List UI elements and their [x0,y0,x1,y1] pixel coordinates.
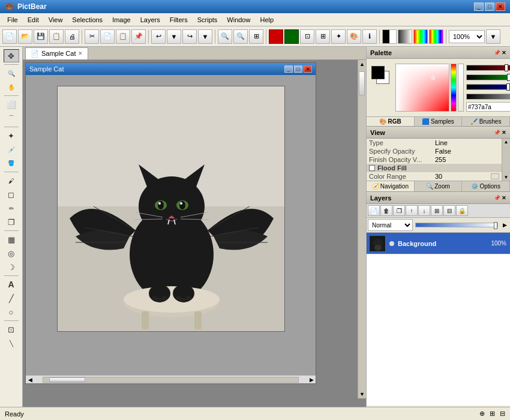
gradient-tool[interactable]: ▦ [4,233,19,246]
view-tab-zoom[interactable]: 🔍 Zoom [415,181,463,191]
inner-maximize-button[interactable]: □ [294,65,302,73]
view-tab-options[interactable]: ⚙️ Options [462,181,510,191]
pencil-tool[interactable]: ✏ [4,202,19,215]
color1-button[interactable] [269,29,283,44]
vscroll-thumb[interactable] [359,71,365,95]
palette-panel-header[interactable]: Palette 📌 ✕ [367,47,510,59]
view-panel-header[interactable]: View 📌 ✕ [367,127,510,139]
copy-button[interactable]: 📄 [100,29,115,44]
menu-file[interactable]: File [2,15,23,25]
foreground-color[interactable] [371,66,385,79]
pipette-tool[interactable]: 💉 [4,143,19,156]
menu-filters[interactable]: Filters [165,15,193,25]
blend-mode-select[interactable]: Normal Multiply Screen [368,219,413,231]
canvas-area[interactable] [26,75,316,375]
colors-button[interactable]: 🎨 [347,29,361,44]
new-layer-button[interactable]: 📄 [368,205,380,216]
grayscale-button[interactable] [398,29,412,44]
print-button[interactable]: 🖨 [65,29,79,44]
zoom-fit-button[interactable]: ⊞ [249,29,263,44]
layers-pin-button[interactable]: 📌 [494,195,500,201]
info-button[interactable]: ℹ [362,29,377,44]
blue-slider-thumb[interactable] [506,83,510,91]
scroll-left-button[interactable]: ◀ [26,377,34,383]
hex-color-input[interactable] [466,102,510,112]
scroll-up-button[interactable]: ▲ [358,60,366,68]
move-layer-up-button[interactable]: ↑ [406,205,418,216]
view-scroll-up[interactable]: ▲ [502,139,510,145]
inner-close-button[interactable]: ✕ [304,65,312,73]
red-slider-thumb[interactable] [505,64,508,71]
blur-tool[interactable]: ◎ [4,247,19,260]
magic-wand-tool[interactable]: ✦ [4,129,19,142]
color2-button[interactable] [284,29,299,44]
alpha-slider[interactable] [458,64,464,112]
grid-button[interactable]: ⊞ [316,29,330,44]
layers-close-button[interactable]: ✕ [502,195,506,201]
menu-window[interactable]: Window [222,15,255,25]
redo-dropdown[interactable]: ▼ [198,29,212,44]
palette-close-button[interactable]: ✕ [502,50,506,56]
layers-panel-header[interactable]: Layers 📌 ✕ [367,192,510,204]
view-scroll-down[interactable]: ▼ [502,174,510,181]
measure-tool[interactable]: ╲ [4,337,19,350]
zoom-out-button[interactable]: 🔍 [218,29,232,44]
saturation-value-picker[interactable] [395,64,449,112]
layer-item-background[interactable]: Background 100% [367,233,510,254]
menu-scripts[interactable]: Scripts [193,15,223,25]
horizontal-scrollbar[interactable]: ◀ ▶ [26,375,316,383]
palette-tab-rgb[interactable]: 🎨 RGB [367,117,415,126]
scroll-down-button[interactable]: ▼ [358,390,366,398]
lock-button[interactable]: 🔒 [456,205,468,216]
move-tool[interactable]: ✥ [4,49,19,62]
brush-tool[interactable]: 🖌 [4,174,19,187]
view-tab-navigation[interactable]: 🧭 Navigation [367,181,415,191]
menu-help[interactable]: Help [255,15,278,25]
minimize-button[interactable]: _ [474,2,484,11]
opacity-slider-track[interactable] [415,223,498,227]
close-button[interactable]: ✕ [496,2,505,11]
palette-pin-button[interactable]: 📌 [494,50,500,56]
scroll-thumb[interactable] [49,377,85,382]
vscroll-track[interactable] [358,68,366,390]
menu-image[interactable]: Image [107,15,136,25]
vertical-scrollbar[interactable]: ▲ ▼ [358,60,366,398]
paint-bucket-tool[interactable]: 🪣 [4,157,19,170]
opacity-arrow[interactable]: ▶ [500,222,509,228]
effects-button[interactable]: ✦ [331,29,346,44]
hue-slider[interactable] [451,64,457,112]
alpha-slider-bar[interactable] [466,94,510,100]
undo-dropdown[interactable]: ▼ [167,29,181,44]
zoom-in-button[interactable]: 🔍 [233,29,248,44]
blue-slider[interactable] [466,84,510,90]
palette-tab-brushes[interactable]: 🖌️ Brushes [462,117,510,126]
hand-tool[interactable]: ✋ [4,80,19,94]
document-tab[interactable]: 📄 Sample Cat ✕ [25,47,88,59]
doc-tab-close[interactable]: ✕ [78,50,83,56]
menu-edit[interactable]: Edit [23,15,44,25]
undo-button[interactable]: ↩ [151,29,166,44]
text-tool[interactable]: A [4,278,19,291]
green-slider-thumb[interactable] [507,74,510,81]
eraser-tool[interactable]: ◻ [4,188,19,201]
paste-new-button[interactable]: 📌 [131,29,146,44]
move-layer-down-button[interactable]: ↓ [418,205,430,216]
merge-layer-button[interactable]: ⊞ [431,205,443,216]
paste-button[interactable]: 📋 [116,29,130,44]
channels-button[interactable]: ⊡ [300,29,314,44]
color-range-box[interactable] [491,173,499,179]
save-as-button[interactable]: 📋 [49,29,64,44]
view-pin-button[interactable]: 📌 [494,130,500,136]
zoom-select[interactable]: 100% 50% 200% [449,30,485,43]
flood-fill-checkbox[interactable] [369,165,375,171]
scroll-right-button[interactable]: ▶ [307,377,316,383]
open-button[interactable]: 📂 [18,29,32,44]
view-close-button[interactable]: ✕ [502,130,506,136]
redo-button[interactable]: ↪ [182,29,197,44]
crop-tool[interactable]: ⊡ [4,323,19,336]
rect-select-tool[interactable]: ⬜ [4,98,19,111]
dodge-tool[interactable]: ☽ [4,260,19,274]
zoom-dropdown[interactable]: ▼ [486,29,500,44]
cut-button[interactable]: ✂ [85,29,99,44]
red-slider[interactable] [466,65,510,71]
